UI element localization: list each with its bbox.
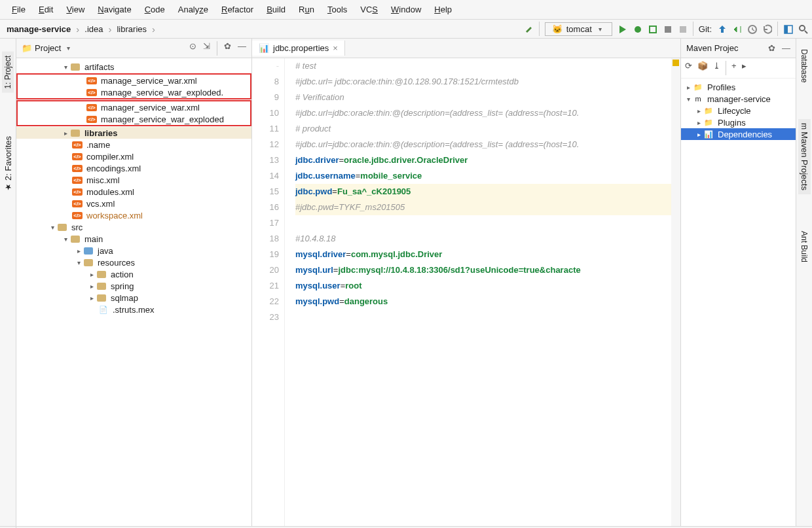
hammer-icon[interactable] (524, 24, 534, 34)
separator (693, 22, 693, 36)
generate-icon[interactable]: 📦 (697, 61, 708, 75)
warning-marker (673, 60, 679, 66)
menu-window[interactable]: Window (386, 3, 426, 16)
hide-icon[interactable]: — (782, 43, 790, 53)
left-tool-gutter: 1: Project ★ 2: Favorites (0, 39, 16, 526)
project-icon: 📁 (22, 43, 32, 53)
menu-run[interactable]: Run (293, 3, 320, 16)
tree-src[interactable]: ▾src (16, 221, 251, 233)
chevron-down-icon[interactable]: ▾ (64, 44, 73, 52)
marker-bar (671, 58, 680, 526)
project-panel-header: 📁 Project ▾ ⊙ ⇲ ✿ — (16, 39, 251, 58)
toolbar: manage-service› .idea› libraries› 🐱 tomc… (0, 20, 812, 39)
crumb-idea[interactable]: .idea (82, 23, 105, 35)
menu-refactor[interactable]: Refactor (216, 3, 259, 16)
project-tool-tab[interactable]: 1: Project (2, 52, 14, 93)
maven-plugins[interactable]: ▸📁Plugins (681, 116, 796, 128)
crumb-libraries[interactable]: libraries (114, 23, 149, 35)
tree-file-misc[interactable]: </>misc.xml (16, 174, 251, 186)
code-editor[interactable]: - 891011121314151617181920212223 # test … (252, 58, 680, 526)
project-panel: 📁 Project ▾ ⊙ ⇲ ✿ — ▾artifacts </>manage… (16, 39, 252, 526)
maven-toolbar: ⟳ 📦 ⤓ + ▸ (681, 58, 796, 79)
tree-file-workspace[interactable]: </>workspace.xml (16, 209, 251, 221)
editor-panel: 📊 jdbc.properties × - 891011121314151617… (252, 39, 681, 526)
coverage-icon[interactable] (648, 24, 657, 34)
maven-tool-tab[interactable]: m Maven Projects (798, 119, 811, 194)
tree-file-a1[interactable]: </>manage_service_war.xml (18, 75, 250, 86)
svg-point-7 (800, 26, 805, 31)
project-tree[interactable]: ▾artifacts </>manage_service_war.xml </>… (16, 58, 251, 526)
gear-icon[interactable]: ✿ (224, 41, 231, 56)
tab-label: jdbc.properties (273, 43, 329, 53)
menu-edit[interactable]: Edit (33, 3, 58, 16)
maven-profiles[interactable]: ▸📁Profiles (681, 81, 796, 93)
tree-action[interactable]: ▸action (16, 268, 251, 280)
breadcrumb: manage-service› .idea› libraries› (4, 23, 157, 35)
maven-dependencies[interactable]: ▸📊Dependencies (681, 128, 796, 140)
git-update-icon[interactable] (717, 24, 727, 34)
chevron-down-icon: ▾ (596, 26, 605, 33)
stop-icon[interactable] (678, 24, 688, 34)
maven-lifecycle[interactable]: ▸📁Lifecycle (681, 105, 796, 116)
maven-tree[interactable]: ▸📁Profiles ▾mmanager-service ▸📁Lifecycle… (681, 79, 796, 526)
tree-file-vcs[interactable]: </>vcs.xml (16, 198, 251, 209)
menu-vcs[interactable]: VCS (355, 3, 383, 16)
close-tab-icon[interactable]: × (333, 43, 338, 53)
tree-file-a3[interactable]: </>manager_service_war.xml (18, 101, 250, 113)
tree-file-a2[interactable]: </>manage_service_war_exploded. (18, 86, 250, 98)
reimport-icon[interactable]: ⟳ (685, 61, 692, 75)
tree-resources[interactable]: ▾resources (16, 256, 251, 268)
tree-struts[interactable]: 📄.struts.mex (16, 304, 251, 315)
project-title: Project (35, 43, 61, 53)
locate-icon[interactable]: ⊙ (189, 41, 196, 56)
run-icon[interactable] (618, 24, 627, 34)
search-icon[interactable] (798, 24, 808, 34)
tree-sqlmap[interactable]: ▸sqlmap (16, 292, 251, 304)
tree-file-encodings[interactable]: </>encodings.xml (16, 162, 251, 174)
tree-file-name[interactable]: </>.name (16, 139, 251, 150)
tree-spring[interactable]: ▸spring (16, 280, 251, 292)
svg-point-0 (635, 26, 641, 33)
add-icon[interactable]: + (731, 61, 737, 75)
menu-build[interactable]: Build (261, 3, 291, 16)
tree-file-compiler[interactable]: </>compiler.xml (16, 150, 251, 162)
hide-icon[interactable]: — (238, 41, 246, 56)
maven-root[interactable]: ▾mmanager-service (681, 93, 796, 105)
git-commit-icon[interactable] (732, 24, 742, 34)
collapse-all-icon[interactable]: ⇲ (203, 41, 210, 56)
menu-code[interactable]: Code (139, 3, 170, 16)
editor-tabs: 📊 jdbc.properties × (252, 39, 680, 58)
tree-libraries[interactable]: ▸libraries (16, 127, 251, 139)
menu-navigate[interactable]: Navigate (92, 3, 136, 16)
crumb-project[interactable]: manage-service (4, 23, 73, 35)
tree-artifacts[interactable]: ▾artifacts (16, 61, 251, 73)
layout-icon[interactable] (783, 24, 793, 34)
menu-view[interactable]: View (61, 3, 90, 16)
code-lines[interactable]: # test #jdbc.url= jdbc:oracle:thin:@10.1… (285, 58, 671, 526)
tomcat-icon: 🐱 (552, 24, 563, 34)
toolbar-right: 🐱 tomcat ▾ Git: (524, 22, 808, 36)
editor-tab-jdbc[interactable]: 📊 jdbc.properties × (252, 41, 345, 56)
menu-analyze[interactable]: Analyze (173, 3, 213, 16)
run-goal-icon[interactable]: ▸ (742, 61, 747, 75)
database-tool-tab[interactable]: Database (798, 45, 810, 86)
menu-file[interactable]: File (7, 3, 31, 16)
tree-file-a4[interactable]: </>manager_service_war_exploded (18, 113, 250, 125)
debug-icon[interactable] (633, 24, 642, 34)
menu-tools[interactable]: Tools (322, 3, 352, 16)
run-config-combo[interactable]: 🐱 tomcat ▾ (545, 22, 612, 36)
tree-java[interactable]: ▸java (16, 245, 251, 256)
git-revert-icon[interactable] (762, 24, 772, 34)
maven-panel: Maven Projec ✿ — ⟳ 📦 ⤓ + ▸ ▸📁Profiles ▾m… (681, 39, 796, 526)
download-icon[interactable]: ⤓ (713, 61, 720, 75)
ant-tool-tab[interactable]: Ant Build (798, 227, 810, 266)
gear-icon[interactable]: ✿ (768, 43, 775, 53)
svg-rect-3 (680, 26, 686, 33)
profiler-icon[interactable] (663, 24, 673, 34)
tree-file-modules[interactable]: </>modules.xml (16, 186, 251, 198)
git-label: Git: (699, 24, 712, 34)
tree-main[interactable]: ▾main (16, 233, 251, 245)
git-history-icon[interactable] (747, 24, 757, 34)
favorites-tool-tab[interactable]: ★ 2: Favorites (2, 132, 14, 196)
menu-help[interactable]: Help (429, 3, 457, 16)
